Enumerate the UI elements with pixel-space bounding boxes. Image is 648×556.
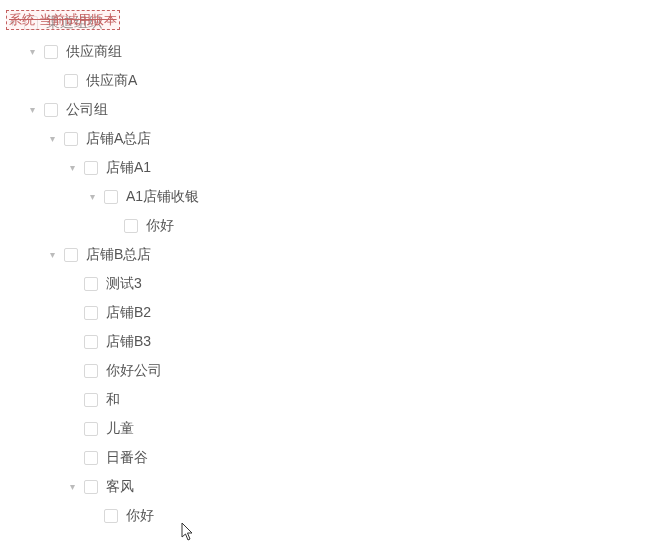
tree-node-label[interactable]: 公司组 — [66, 101, 108, 119]
tree-row: ▸你好公司 — [66, 356, 642, 385]
tree-node-label[interactable]: 你好公司 — [106, 362, 162, 380]
checkbox[interactable] — [84, 161, 98, 175]
tree-node: ▸你好 — [106, 211, 642, 240]
tree-row: ▾客风 — [66, 472, 642, 501]
checkbox[interactable] — [84, 422, 98, 436]
tree-row: ▸儿童 — [66, 414, 642, 443]
tree-node: ▸儿童 — [66, 414, 642, 443]
tree-row: ▾店铺B总店 — [46, 240, 642, 269]
tree-node: ▾A1店铺收银▸你好 — [86, 182, 642, 240]
tree-children: ▸供应商A — [26, 66, 642, 95]
tree-row: ▸店铺B2 — [66, 298, 642, 327]
tree-children: ▸测试3▸店铺B2▸店铺B3▸你好公司▸和▸儿童▸日番谷▾客风▸你好 — [46, 269, 642, 530]
tree-node: ▸店铺B3 — [66, 327, 642, 356]
checkbox[interactable] — [104, 190, 118, 204]
tree-children: ▾店铺A总店▾店铺A1▾A1店铺收银▸你好▾店铺B总店▸测试3▸店铺B2▸店铺B… — [26, 124, 642, 530]
expand-toggle-icon[interactable]: ▾ — [46, 133, 58, 145]
tree-node: ▸店铺B2 — [66, 298, 642, 327]
checkbox[interactable] — [24, 16, 38, 30]
tree-row: ▾A1店铺收银 — [86, 182, 642, 211]
tree-node: ▾供应商组▸供应商A — [26, 37, 642, 95]
tree-node-label[interactable]: 店铺B2 — [106, 304, 151, 322]
tree-node: ▸和 — [66, 385, 642, 414]
org-tree: ▾渠道组织▾供应商组▸供应商A▾公司组▾店铺A总店▾店铺A1▾A1店铺收银▸你好… — [6, 8, 642, 530]
checkbox[interactable] — [84, 335, 98, 349]
tree-row: ▸测试3 — [66, 269, 642, 298]
checkbox[interactable] — [44, 103, 58, 117]
tree-row: ▸和 — [66, 385, 642, 414]
tree-node-label[interactable]: 日番谷 — [106, 449, 148, 467]
tree-node-label[interactable]: 供应商A — [86, 72, 137, 90]
tree-node: ▸供应商A — [46, 66, 642, 95]
checkbox[interactable] — [64, 248, 78, 262]
tree-row: ▸日番谷 — [66, 443, 642, 472]
tree-children: ▾A1店铺收银▸你好 — [66, 182, 642, 240]
expand-toggle-icon[interactable]: ▾ — [26, 104, 38, 116]
tree-children: ▾供应商组▸供应商A▾公司组▾店铺A总店▾店铺A1▾A1店铺收银▸你好▾店铺B总… — [6, 37, 642, 530]
checkbox[interactable] — [64, 74, 78, 88]
checkbox[interactable] — [44, 45, 58, 59]
tree-row: ▸供应商A — [46, 66, 642, 95]
checkbox[interactable] — [84, 364, 98, 378]
expand-toggle-icon[interactable]: ▾ — [86, 191, 98, 203]
expand-toggle-icon[interactable]: ▾ — [66, 481, 78, 493]
tree-node-label[interactable]: 店铺A总店 — [86, 130, 151, 148]
tree-row: ▾渠道组织 — [6, 8, 642, 37]
tree-row: ▾店铺A总店 — [46, 124, 642, 153]
checkbox[interactable] — [64, 132, 78, 146]
tree-row: ▾供应商组 — [26, 37, 642, 66]
tree-node: ▸你好公司 — [66, 356, 642, 385]
tree-node-label[interactable]: 测试3 — [106, 275, 142, 293]
tree-children: ▾店铺A1▾A1店铺收银▸你好 — [46, 153, 642, 240]
tree-node-label[interactable]: 你好 — [126, 507, 154, 525]
checkbox[interactable] — [124, 219, 138, 233]
tree-node-label[interactable]: 客风 — [106, 478, 134, 496]
tree-node-label[interactable]: 儿童 — [106, 420, 134, 438]
tree-node-label[interactable]: 店铺B3 — [106, 333, 151, 351]
checkbox[interactable] — [84, 393, 98, 407]
tree-node-label[interactable]: 渠道组织 — [46, 14, 102, 32]
tree-node-label[interactable]: 你好 — [146, 217, 174, 235]
tree-node: ▸日番谷 — [66, 443, 642, 472]
tree-node-label[interactable]: 店铺B总店 — [86, 246, 151, 264]
tree-node: ▾店铺A总店▾店铺A1▾A1店铺收银▸你好 — [46, 124, 642, 240]
tree-node: ▾客风▸你好 — [66, 472, 642, 530]
tree-node: ▾店铺A1▾A1店铺收银▸你好 — [66, 153, 642, 240]
expand-toggle-icon[interactable]: ▾ — [6, 17, 18, 29]
checkbox[interactable] — [84, 306, 98, 320]
tree-node-label[interactable]: A1店铺收银 — [126, 188, 199, 206]
tree-node: ▾渠道组织▾供应商组▸供应商A▾公司组▾店铺A总店▾店铺A1▾A1店铺收银▸你好… — [6, 8, 642, 530]
checkbox[interactable] — [84, 451, 98, 465]
expand-toggle-icon[interactable]: ▾ — [46, 249, 58, 261]
tree-children: ▸你好 — [86, 211, 642, 240]
tree-children: ▸你好 — [66, 501, 642, 530]
tree-node-label[interactable]: 和 — [106, 391, 120, 409]
tree-node: ▾店铺B总店▸测试3▸店铺B2▸店铺B3▸你好公司▸和▸儿童▸日番谷▾客风▸你好 — [46, 240, 642, 530]
tree-node-label[interactable]: 店铺A1 — [106, 159, 151, 177]
checkbox[interactable] — [84, 277, 98, 291]
tree-node-label[interactable]: 供应商组 — [66, 43, 122, 61]
expand-toggle-icon[interactable]: ▾ — [66, 162, 78, 174]
expand-toggle-icon[interactable]: ▾ — [26, 46, 38, 58]
checkbox[interactable] — [104, 509, 118, 523]
checkbox[interactable] — [84, 480, 98, 494]
tree-row: ▸店铺B3 — [66, 327, 642, 356]
tree-row: ▾店铺A1 — [66, 153, 642, 182]
tree-row: ▸你好 — [86, 501, 642, 530]
tree-node: ▾公司组▾店铺A总店▾店铺A1▾A1店铺收银▸你好▾店铺B总店▸测试3▸店铺B2… — [26, 95, 642, 530]
tree-row: ▾公司组 — [26, 95, 642, 124]
tree-node: ▸你好 — [86, 501, 642, 530]
tree-row: ▸你好 — [106, 211, 642, 240]
tree-node: ▸测试3 — [66, 269, 642, 298]
